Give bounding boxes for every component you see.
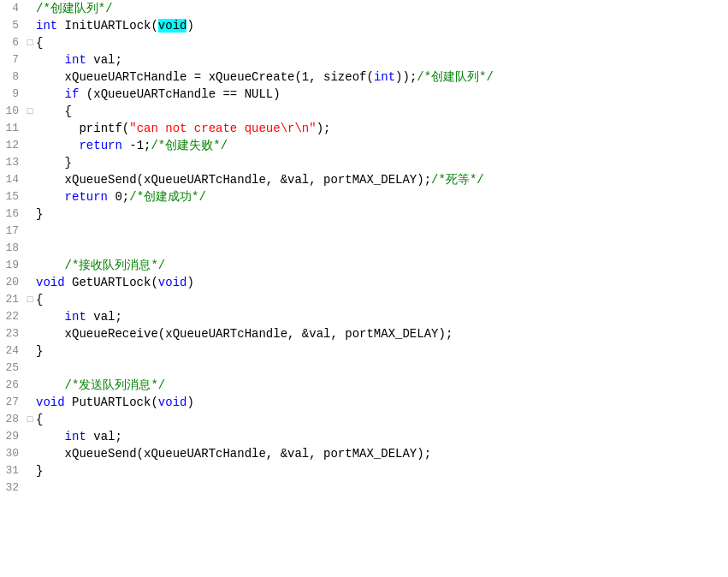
line-number: 13 <box>0 154 24 171</box>
table-row: 23 xQueueReceive(xQueueUARTcHandle, &val… <box>0 325 728 342</box>
code-segment <box>36 139 79 152</box>
table-row: 20void GetUARTLock(void) <box>0 274 728 291</box>
code-line: xQueueReceive(xQueueUARTcHandle, &val, p… <box>36 325 728 342</box>
line-number: 23 <box>0 325 24 342</box>
code-line: /*接收队列消息*/ <box>36 257 728 274</box>
code-segment: void <box>158 276 187 289</box>
code-line: /*创建队列*/ <box>36 0 728 17</box>
code-segment: -1; <box>122 139 151 152</box>
line-number: 28 <box>0 411 24 428</box>
code-line: xQueueSend(xQueueUARTcHandle, &val, port… <box>36 171 728 188</box>
table-row: 13 } <box>0 154 728 171</box>
fold-icon[interactable]: □ <box>24 291 36 308</box>
fold-icon[interactable]: □ <box>24 411 36 428</box>
code-segment: void <box>158 396 187 409</box>
code-line: if (xQueueUARTcHandle == NULL) <box>36 86 728 103</box>
code-segment: ) <box>186 276 193 289</box>
code-segment: int <box>65 53 86 67</box>
code-segment: { <box>36 104 72 118</box>
code-segment: "can not create queue\r\n" <box>129 122 316 135</box>
line-number: 20 <box>0 274 24 291</box>
line-number: 6 <box>0 34 24 51</box>
table-row: 25 <box>0 360 728 377</box>
code-segment <box>36 378 65 392</box>
code-segment <box>36 310 65 324</box>
code-segment <box>36 430 65 443</box>
table-row: 4/*创建队列*/ <box>0 0 728 17</box>
table-row: 6□{ <box>0 34 728 51</box>
table-row: 7 int val; <box>0 51 728 68</box>
code-line: void GetUARTLock(void) <box>36 274 728 291</box>
code-line: } <box>36 342 728 360</box>
code-segment <box>36 259 65 272</box>
code-segment: /*创建成功*/ <box>129 190 206 204</box>
code-line: { <box>36 411 728 428</box>
code-line: } <box>36 462 728 479</box>
fold-icon[interactable]: □ <box>24 103 36 120</box>
table-row: 17 <box>0 223 728 240</box>
code-segment: xQueueUARTcHandle = xQueueCreate(1, size… <box>36 70 374 84</box>
code-segment: /*创建队列*/ <box>36 2 113 15</box>
line-number: 32 <box>0 479 24 497</box>
code-line: /*发送队列消息*/ <box>36 377 728 394</box>
code-line: { <box>36 34 728 51</box>
code-segment: int <box>65 310 86 324</box>
line-number: 5 <box>0 17 24 34</box>
line-number: 25 <box>0 360 24 377</box>
line-number: 8 <box>0 68 24 86</box>
table-row: 19 /*接收队列消息*/ <box>0 257 728 274</box>
table-row: 15 return 0;/*创建成功*/ <box>0 188 728 205</box>
code-segment: } <box>36 344 43 358</box>
table-row: 5int InitUARTLock(void) <box>0 17 728 34</box>
table-row: 8 xQueueUARTcHandle = xQueueCreate(1, si… <box>0 68 728 86</box>
code-line: int val; <box>36 51 728 68</box>
line-number: 26 <box>0 377 24 394</box>
line-number: 11 <box>0 120 24 137</box>
code-segment: void <box>36 396 65 409</box>
code-segment: { <box>36 36 43 50</box>
line-number: 29 <box>0 428 24 445</box>
code-segment: { <box>36 413 43 426</box>
code-segment: val; <box>86 430 122 443</box>
line-number: 21 <box>0 291 24 308</box>
code-line: { <box>36 103 728 120</box>
code-line: int InitUARTLock(void) <box>36 17 728 34</box>
table-row: 26 /*发送队列消息*/ <box>0 377 728 394</box>
code-segment: void <box>36 276 65 289</box>
code-segment: val; <box>86 310 122 324</box>
table-row: 14 xQueueSend(xQueueUARTcHandle, &val, p… <box>0 171 728 188</box>
fold-icon[interactable]: □ <box>24 34 36 51</box>
line-number: 15 <box>0 188 24 205</box>
code-line: int val; <box>36 428 728 445</box>
code-line: xQueueUARTcHandle = xQueueCreate(1, size… <box>36 68 728 86</box>
code-segment: return <box>79 139 121 152</box>
table-row: 32 <box>0 479 728 497</box>
code-segment <box>36 87 65 101</box>
code-line: int val; <box>36 308 728 325</box>
code-segment: xQueueSend(xQueueUARTcHandle, &val, port… <box>36 447 431 461</box>
code-line: { <box>36 291 728 308</box>
line-number: 30 <box>0 445 24 462</box>
code-segment: ) <box>186 396 193 409</box>
table-row: 9 if (xQueueUARTcHandle == NULL) <box>0 86 728 103</box>
code-segment: /*接收队列消息*/ <box>65 259 166 272</box>
line-number: 31 <box>0 462 24 479</box>
code-segment: /*死等*/ <box>431 173 484 187</box>
line-number: 7 <box>0 51 24 68</box>
code-line: printf("can not create queue\r\n"); <box>36 120 728 137</box>
line-number: 17 <box>0 223 24 240</box>
line-number: 16 <box>0 205 24 223</box>
code-segment: ); <box>317 122 331 135</box>
line-number: 4 <box>0 0 24 17</box>
code-editor: 4/*创建队列*/5int InitUARTLock(void)6□{7 int… <box>0 0 728 577</box>
line-number: 10 <box>0 103 24 120</box>
code-line: } <box>36 205 728 223</box>
table-row: 29 int val; <box>0 428 728 445</box>
code-segment: return <box>65 190 108 204</box>
table-row: 27void PutUARTLock(void) <box>0 394 728 411</box>
line-number: 9 <box>0 86 24 103</box>
line-number: 24 <box>0 342 24 360</box>
code-segment: int <box>374 70 395 84</box>
table-row: 12 return -1;/*创建失败*/ <box>0 137 728 154</box>
code-segment <box>36 122 79 135</box>
